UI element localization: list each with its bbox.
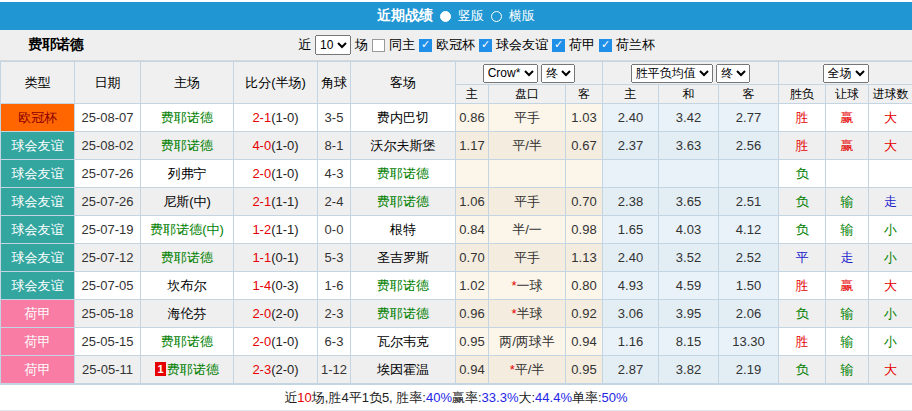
goals-result xyxy=(869,160,912,188)
col-header-crown-home: 主 xyxy=(456,85,489,104)
crown-away-odds: 1.03 xyxy=(566,104,603,132)
avg-home-odds: 2.38 xyxy=(603,188,659,216)
same-home-label[interactable]: 同主 xyxy=(389,36,415,54)
avg-final-select[interactable]: 终 xyxy=(716,64,750,83)
radio-vertical-label[interactable]: 竖版 xyxy=(458,7,484,25)
eredivisie-label[interactable]: 荷甲 xyxy=(569,36,595,54)
avg-draw-odds xyxy=(659,160,719,188)
crown-away-odds: 0.80 xyxy=(566,272,603,300)
crown-away-odds: 0.98 xyxy=(566,216,603,244)
handicap-cell: 平/半 xyxy=(489,132,566,160)
avg-away-odds xyxy=(719,160,779,188)
full-match-select[interactable]: 全场 xyxy=(823,64,869,83)
friendly-label[interactable]: 球会友谊 xyxy=(496,36,548,54)
avg-odds-select[interactable]: 胜平负均值 xyxy=(631,64,713,83)
score-cell: 1-4(0-3) xyxy=(234,272,318,300)
league-cell: 球会友谊 xyxy=(1,188,75,216)
col-header-goals: 进球数 xyxy=(869,85,912,104)
corner-cell: 6-3 xyxy=(318,328,351,356)
avg-odds-header: 胜平负均值 终 xyxy=(603,62,779,85)
wdl-result: 负 xyxy=(779,188,826,216)
same-home-checkbox[interactable] xyxy=(372,39,385,52)
avg-draw-odds: 3.52 xyxy=(659,244,719,272)
avg-draw-odds: 4.03 xyxy=(659,216,719,244)
table-row: 球会友谊 25-07-12 费耶诺德 1-1(0-1) 5-3 圣吉罗斯 0.7… xyxy=(1,244,912,272)
col-header-avg-away: 客 xyxy=(719,85,779,104)
wdl-result: 平 xyxy=(779,244,826,272)
avg-home-odds: 3.06 xyxy=(603,300,659,328)
col-header-corner: 角球 xyxy=(318,62,351,104)
avg-away-odds: 13.30 xyxy=(719,328,779,356)
crown-away-odds xyxy=(566,160,603,188)
score-cell: 2-0(1-0) xyxy=(234,328,318,356)
home-team: 列弗宁 xyxy=(141,160,234,188)
avg-home-odds: 4.93 xyxy=(603,272,659,300)
crown-odds-header: Crow* 终 xyxy=(456,62,603,85)
date-cell: 25-07-19 xyxy=(75,216,141,244)
eredivisie-checkbox[interactable] xyxy=(552,39,565,52)
match-count-select[interactable]: 10 xyxy=(315,35,351,55)
date-cell: 25-07-26 xyxy=(75,188,141,216)
avg-home-odds: 2.40 xyxy=(603,244,659,272)
asian-result: 输 xyxy=(826,328,869,356)
rank-badge: 1 xyxy=(155,362,166,376)
corner-cell: 0-0 xyxy=(318,216,351,244)
score-cell: 2-1(1-0) xyxy=(234,104,318,132)
crown-final-select[interactable]: 终 xyxy=(541,64,575,83)
dutch-cup-label[interactable]: 荷兰杯 xyxy=(616,36,655,54)
table-row: 荷甲 25-05-15 费耶诺德 2-0(1-0) 6-3 瓦尔韦克 0.95 … xyxy=(1,328,912,356)
filter-bar: 费耶诺德 近 10 场 同主 欧冠杯 球会友谊 荷甲 荷兰杯 xyxy=(0,30,912,61)
col-header-asian: 让球 xyxy=(826,85,869,104)
asian-result: 输 xyxy=(826,216,869,244)
home-team: 费耶诺德 xyxy=(141,132,234,160)
avg-away-odds: 2.51 xyxy=(719,188,779,216)
home-team: 费耶诺德 xyxy=(141,244,234,272)
summary-text: 近 xyxy=(284,389,297,407)
col-header-score: 比分(半场) xyxy=(234,62,318,104)
league-cell: 球会友谊 xyxy=(1,244,75,272)
league-cell: 荷甲 xyxy=(1,356,75,384)
radio-horizontal-layout[interactable] xyxy=(491,11,502,22)
corner-cell: 2-4 xyxy=(318,188,351,216)
away-team: 沃尔夫斯堡 xyxy=(351,132,456,160)
score-cell: 1-2(1-1) xyxy=(234,216,318,244)
friendly-checkbox[interactable] xyxy=(479,39,492,52)
date-cell: 25-07-12 xyxy=(75,244,141,272)
radio-vertical-layout[interactable] xyxy=(440,11,451,22)
avg-home-odds: 1.16 xyxy=(603,328,659,356)
table-row: 荷甲 25-05-11 1费耶诺德 2-3(2-0) 1-12 埃因霍温 0.9… xyxy=(1,356,912,384)
full-match-header: 全场 xyxy=(779,62,912,85)
bookmaker-select[interactable]: Crow* xyxy=(483,64,538,83)
corner-cell: 8-1 xyxy=(318,132,351,160)
team-name: 费耶诺德 xyxy=(28,36,298,54)
ucl-checkbox[interactable] xyxy=(419,39,432,52)
crown-home-odds: 1.06 xyxy=(456,188,489,216)
goals-result: 小 xyxy=(869,300,912,328)
matches-table: 类型 日期 主场 比分(半场) 角球 客场 Crow* 终 胜平负均值 终 全场 xyxy=(0,61,912,384)
asian-result: 赢 xyxy=(826,104,869,132)
col-header-crown-away: 客 xyxy=(566,85,603,104)
avg-draw-odds: 4.59 xyxy=(659,272,719,300)
radio-horizontal-label[interactable]: 横版 xyxy=(509,7,535,25)
goals-result: 大 xyxy=(869,272,912,300)
corner-cell: 5-3 xyxy=(318,244,351,272)
date-cell: 25-08-07 xyxy=(75,104,141,132)
corner-cell: 1-12 xyxy=(318,356,351,384)
avg-draw-odds: 3.42 xyxy=(659,104,719,132)
page-title: 近期战绩 xyxy=(377,7,433,25)
table-row: 球会友谊 25-07-26 尼斯(中) 2-1(1-1) 2-4 费耶诺德 1.… xyxy=(1,188,912,216)
wdl-result: 负 xyxy=(779,300,826,328)
handicap-cell: 平手 xyxy=(489,188,566,216)
away-team: 圣吉罗斯 xyxy=(351,244,456,272)
handicap-cell: *一球 xyxy=(489,272,566,300)
count-suffix-label: 场 xyxy=(355,36,368,54)
ucl-label[interactable]: 欧冠杯 xyxy=(436,36,475,54)
crown-away-odds: 0.94 xyxy=(566,328,603,356)
dutch-cup-checkbox[interactable] xyxy=(599,39,612,52)
recent-results-widget: 近期战绩 竖版 横版 费耶诺德 近 10 场 同主 欧冠杯 球会友谊 荷甲 荷兰… xyxy=(0,0,912,411)
corner-cell: 2-3 xyxy=(318,300,351,328)
score-cell: 2-0(1-0) xyxy=(234,160,318,188)
asian-result: 输 xyxy=(826,356,869,384)
crown-home-odds: 0.70 xyxy=(456,244,489,272)
score-cell: 4-0(1-0) xyxy=(234,132,318,160)
